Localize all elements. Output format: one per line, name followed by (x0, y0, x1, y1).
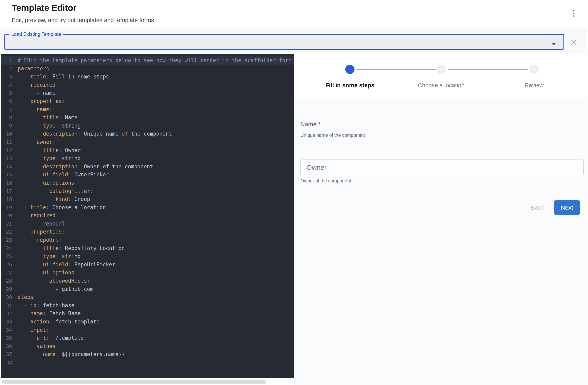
code-line[interactable]: 13 type: string (1, 154, 294, 163)
name-input[interactable]: Name * (300, 121, 584, 131)
code-line[interactable]: 32 name: Fetch Base (1, 309, 294, 318)
close-editor-button[interactable] (569, 38, 579, 47)
line-content: allowedHosts: (12, 278, 90, 284)
back-button[interactable]: Back (525, 200, 550, 215)
code-line[interactable]: 20 required: (1, 212, 294, 220)
line-number: 38 (1, 359, 12, 367)
code-line[interactable]: 6 properties: (1, 97, 294, 106)
line-number: 6 (1, 97, 12, 106)
line-content: name: ${{parameters.name}} (12, 351, 125, 357)
code-line[interactable]: 22 properties: (1, 228, 294, 236)
line-number: 22 (1, 228, 12, 236)
close-icon (570, 39, 577, 46)
line-number: 16 (1, 179, 12, 187)
code-line[interactable]: 31 - id: fetch-base (1, 301, 294, 310)
line-content: catalogFilter: (12, 188, 93, 194)
code-line[interactable]: 24 title: Repository Location (1, 244, 294, 253)
line-number: 29 (1, 285, 12, 294)
line-content: type: string (12, 123, 81, 129)
code-line[interactable]: 11 owner: (1, 138, 294, 146)
code-line[interactable]: 8 title: Name (1, 113, 294, 122)
line-content: - repoUrl (12, 221, 65, 227)
code-line[interactable]: 15 ui:field: OwnerPicker (1, 171, 294, 179)
step-circle-3: 3 (529, 65, 539, 74)
code-line[interactable]: 36 values: (1, 342, 294, 350)
line-number: 1 (1, 57, 12, 65)
code-line[interactable]: 38 (1, 359, 294, 367)
code-line[interactable]: 29 - github.com (1, 285, 294, 293)
code-line[interactable]: 25 type: string (1, 252, 294, 260)
line-number: 5 (1, 89, 12, 97)
line-content: properties: (12, 98, 65, 104)
line-content: type: string (12, 253, 81, 259)
code-line[interactable]: 9 type: string (1, 122, 294, 130)
code-line[interactable]: 1# Edit the template parameters below to… (1, 56, 294, 64)
line-content: ui:field: OwnerPicker (12, 171, 109, 178)
code-line[interactable]: 34 input: (1, 326, 294, 334)
code-line[interactable]: 4 required: (1, 81, 294, 89)
line-content: kind: Group (12, 196, 90, 202)
line-content: action: fetch:template (12, 319, 100, 325)
code-line[interactable]: 33 action: fetch:template (1, 318, 294, 326)
code-line[interactable]: 26 ui:field: RepoUrlPicker (1, 260, 294, 269)
code-line[interactable]: 12 title: Owner (1, 146, 294, 154)
line-number: 18 (1, 195, 12, 204)
line-content: properties: (12, 229, 65, 235)
code-line[interactable]: 2parameters: (1, 64, 294, 73)
caret-down-icon (551, 43, 556, 45)
horizontal-scrollbar-track[interactable] (1, 378, 294, 385)
name-helper-text: Unique name of the component (300, 132, 365, 138)
code-line[interactable]: 30steps: (1, 293, 294, 301)
step-label-2: Choose a location (418, 82, 464, 89)
line-number: 28 (1, 277, 12, 285)
code-line[interactable]: 16 ui:options: (1, 179, 294, 187)
line-number: 20 (1, 212, 12, 220)
line-content: - name (12, 90, 56, 96)
code-line[interactable]: 28 allowedHosts: (1, 277, 294, 285)
code-line[interactable]: 37 name: ${{parameters.name}} (1, 350, 294, 359)
load-template-select[interactable]: Load Existing Template (4, 31, 564, 50)
code-line[interactable]: 21 - repoUrl (1, 220, 294, 228)
line-content: owner: (12, 139, 56, 145)
code-line[interactable]: 7 name: (1, 106, 294, 114)
name-input-underline (300, 131, 584, 131)
line-content: - title: Fill in some steps (12, 74, 109, 80)
code-line[interactable]: 17 catalogFilter: (1, 187, 294, 195)
step-connector (448, 69, 528, 70)
code-line[interactable]: 18 kind: Group (1, 195, 294, 203)
page-title: Template Editor (12, 3, 76, 13)
code-line[interactable]: 10 description: Unique name of the compo… (1, 130, 294, 138)
code-line[interactable]: 35 url: ./template (1, 334, 294, 342)
line-number: 31 (1, 301, 12, 310)
code-editor[interactable]: 1# Edit the template parameters below to… (1, 54, 294, 378)
code-line[interactable]: 27 ui:options: (1, 269, 294, 277)
header: Template Editor Edit, preview, and try o… (0, 0, 587, 29)
code-line[interactable]: 3 - title: Fill in some steps (1, 73, 294, 81)
line-content: ui:options: (12, 270, 77, 276)
line-content: required: (12, 82, 59, 88)
step-circle-2: 2 (437, 65, 446, 74)
step-number: 2 (440, 66, 443, 73)
code-line[interactable]: 5 - name (1, 89, 294, 97)
line-content: required: (12, 213, 59, 218)
line-content: - title: Choose a location (12, 204, 106, 210)
line-content: - github.com (12, 286, 93, 292)
line-number: 13 (1, 154, 12, 163)
line-content: repoUrl: (12, 237, 62, 243)
line-number: 27 (1, 269, 12, 277)
line-number: 19 (1, 204, 12, 212)
code-line[interactable]: 19 - title: Choose a location (1, 203, 294, 212)
line-number: 2 (1, 65, 12, 73)
owner-input[interactable]: Owner (300, 160, 584, 175)
code-line[interactable]: 23 repoUrl: (1, 236, 294, 244)
code-line[interactable]: 14 description: Owner of the component (1, 163, 294, 171)
kebab-menu-button[interactable] (568, 9, 579, 20)
line-number: 26 (1, 261, 12, 269)
step-circle-1: 1 (345, 65, 355, 74)
horizontal-scrollbar-thumb[interactable] (2, 380, 266, 384)
name-input-label: Name * (300, 121, 584, 128)
next-button[interactable]: Next (554, 200, 580, 215)
kebab-menu-icon (572, 10, 575, 19)
line-number: 10 (1, 130, 12, 138)
code-lines: 1# Edit the template parameters below to… (1, 56, 294, 367)
